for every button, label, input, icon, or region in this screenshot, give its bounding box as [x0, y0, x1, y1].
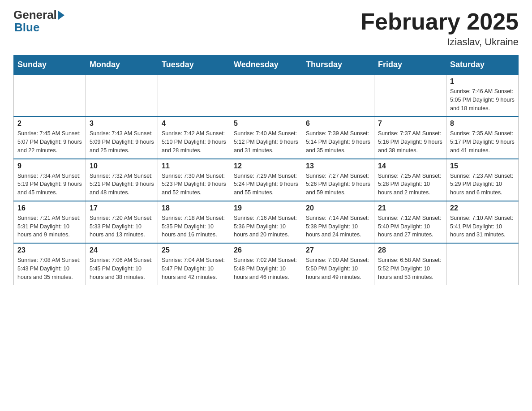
day-number: 2	[17, 120, 82, 128]
day-number: 14	[378, 162, 442, 170]
day-number: 16	[17, 204, 82, 212]
calendar-cell: 21Sunrise: 7:12 AM Sunset: 5:40 PM Dayli…	[374, 201, 446, 243]
calendar-cell: 13Sunrise: 7:27 AM Sunset: 5:26 PM Dayli…	[302, 159, 374, 201]
header-row: Sunday Monday Tuesday Wednesday Thursday…	[14, 56, 519, 75]
calendar-header: Sunday Monday Tuesday Wednesday Thursday…	[14, 56, 519, 75]
day-info: Sunrise: 7:45 AM Sunset: 5:07 PM Dayligh…	[17, 129, 82, 154]
day-number: 10	[90, 162, 154, 170]
logo-blue-text: Blue	[14, 21, 39, 34]
day-info: Sunrise: 7:35 AM Sunset: 5:17 PM Dayligh…	[450, 129, 515, 154]
day-number: 22	[450, 204, 515, 212]
calendar-cell: 10Sunrise: 7:32 AM Sunset: 5:21 PM Dayli…	[86, 159, 158, 201]
calendar-cell: 3Sunrise: 7:43 AM Sunset: 5:09 PM Daylig…	[86, 116, 158, 158]
logo-top: General	[13, 9, 64, 21]
col-friday: Friday	[374, 56, 446, 75]
day-info: Sunrise: 7:08 AM Sunset: 5:43 PM Dayligh…	[17, 256, 82, 281]
logo-arrow-icon	[58, 11, 64, 20]
day-number: 4	[162, 120, 226, 128]
day-info: Sunrise: 7:14 AM Sunset: 5:38 PM Dayligh…	[306, 214, 370, 239]
day-info: Sunrise: 7:02 AM Sunset: 5:48 PM Dayligh…	[234, 256, 298, 281]
calendar-week-2: 2Sunrise: 7:45 AM Sunset: 5:07 PM Daylig…	[14, 116, 519, 158]
day-number: 28	[378, 246, 442, 254]
day-info: Sunrise: 7:29 AM Sunset: 5:24 PM Dayligh…	[234, 172, 298, 197]
calendar-cell: 7Sunrise: 7:37 AM Sunset: 5:16 PM Daylig…	[374, 116, 446, 158]
calendar-cell: 17Sunrise: 7:20 AM Sunset: 5:33 PM Dayli…	[86, 201, 158, 243]
day-info: Sunrise: 7:06 AM Sunset: 5:45 PM Dayligh…	[90, 256, 154, 281]
day-info: Sunrise: 7:20 AM Sunset: 5:33 PM Dayligh…	[90, 214, 154, 239]
day-info: Sunrise: 7:27 AM Sunset: 5:26 PM Dayligh…	[306, 172, 370, 197]
calendar-cell: 16Sunrise: 7:21 AM Sunset: 5:31 PM Dayli…	[14, 201, 86, 243]
calendar-cell	[446, 243, 519, 285]
calendar-cell	[302, 74, 374, 116]
day-number: 6	[306, 120, 370, 128]
calendar-cell: 14Sunrise: 7:25 AM Sunset: 5:28 PM Dayli…	[374, 159, 446, 201]
calendar-cell: 2Sunrise: 7:45 AM Sunset: 5:07 PM Daylig…	[14, 116, 86, 158]
calendar-cell	[158, 74, 230, 116]
calendar-cell: 18Sunrise: 7:18 AM Sunset: 5:35 PM Dayli…	[158, 201, 230, 243]
day-number: 21	[378, 204, 442, 212]
calendar-subtitle: Iziaslav, Ukraine	[360, 36, 519, 48]
day-number: 19	[234, 204, 298, 212]
calendar-cell: 26Sunrise: 7:02 AM Sunset: 5:48 PM Dayli…	[230, 243, 302, 285]
day-number: 25	[162, 246, 226, 254]
day-number: 18	[162, 204, 226, 212]
calendar-cell: 15Sunrise: 7:23 AM Sunset: 5:29 PM Dayli…	[446, 159, 519, 201]
day-number: 11	[162, 162, 226, 170]
calendar-cell: 1Sunrise: 7:46 AM Sunset: 5:05 PM Daylig…	[446, 74, 519, 116]
calendar-cell: 5Sunrise: 7:40 AM Sunset: 5:12 PM Daylig…	[230, 116, 302, 158]
calendar-cell: 19Sunrise: 7:16 AM Sunset: 5:36 PM Dayli…	[230, 201, 302, 243]
day-number: 17	[90, 204, 154, 212]
day-number: 3	[90, 120, 154, 128]
col-wednesday: Wednesday	[230, 56, 302, 75]
calendar-body: 1Sunrise: 7:46 AM Sunset: 5:05 PM Daylig…	[14, 74, 519, 285]
calendar-week-1: 1Sunrise: 7:46 AM Sunset: 5:05 PM Daylig…	[14, 74, 519, 116]
col-thursday: Thursday	[302, 56, 374, 75]
calendar-title: February 2025	[360, 9, 519, 34]
calendar-cell: 25Sunrise: 7:04 AM Sunset: 5:47 PM Dayli…	[158, 243, 230, 285]
day-info: Sunrise: 7:43 AM Sunset: 5:09 PM Dayligh…	[90, 129, 154, 154]
day-number: 20	[306, 204, 370, 212]
day-number: 1	[450, 77, 515, 86]
calendar-cell: 20Sunrise: 7:14 AM Sunset: 5:38 PM Dayli…	[302, 201, 374, 243]
calendar-cell	[86, 74, 158, 116]
calendar-cell: 27Sunrise: 7:00 AM Sunset: 5:50 PM Dayli…	[302, 243, 374, 285]
day-number: 9	[17, 162, 82, 170]
day-info: Sunrise: 7:12 AM Sunset: 5:40 PM Dayligh…	[378, 214, 442, 239]
calendar-cell: 24Sunrise: 7:06 AM Sunset: 5:45 PM Dayli…	[86, 243, 158, 285]
calendar-cell: 4Sunrise: 7:42 AM Sunset: 5:10 PM Daylig…	[158, 116, 230, 158]
day-number: 26	[234, 246, 298, 254]
calendar-cell	[230, 74, 302, 116]
calendar-cell: 9Sunrise: 7:34 AM Sunset: 5:19 PM Daylig…	[14, 159, 86, 201]
calendar-cell: 11Sunrise: 7:30 AM Sunset: 5:23 PM Dayli…	[158, 159, 230, 201]
day-number: 8	[450, 120, 515, 128]
day-number: 12	[234, 162, 298, 170]
day-info: Sunrise: 7:00 AM Sunset: 5:50 PM Dayligh…	[306, 256, 370, 281]
day-number: 5	[234, 120, 298, 128]
day-info: Sunrise: 7:39 AM Sunset: 5:14 PM Dayligh…	[306, 129, 370, 154]
logo-general-text: General	[13, 9, 57, 21]
day-number: 13	[306, 162, 370, 170]
calendar-cell: 12Sunrise: 7:29 AM Sunset: 5:24 PM Dayli…	[230, 159, 302, 201]
day-info: Sunrise: 6:58 AM Sunset: 5:52 PM Dayligh…	[378, 256, 442, 281]
col-saturday: Saturday	[446, 56, 519, 75]
title-block: February 2025 Iziaslav, Ukraine	[360, 9, 519, 48]
day-info: Sunrise: 7:25 AM Sunset: 5:28 PM Dayligh…	[378, 172, 442, 197]
day-info: Sunrise: 7:18 AM Sunset: 5:35 PM Dayligh…	[162, 214, 226, 239]
day-number: 23	[17, 246, 82, 254]
day-info: Sunrise: 7:04 AM Sunset: 5:47 PM Dayligh…	[162, 256, 226, 281]
day-info: Sunrise: 7:34 AM Sunset: 5:19 PM Dayligh…	[17, 172, 82, 197]
calendar-week-4: 16Sunrise: 7:21 AM Sunset: 5:31 PM Dayli…	[14, 201, 519, 243]
calendar-cell	[374, 74, 446, 116]
calendar-week-5: 23Sunrise: 7:08 AM Sunset: 5:43 PM Dayli…	[14, 243, 519, 285]
calendar-cell: 6Sunrise: 7:39 AM Sunset: 5:14 PM Daylig…	[302, 116, 374, 158]
calendar-cell: 8Sunrise: 7:35 AM Sunset: 5:17 PM Daylig…	[446, 116, 519, 158]
day-info: Sunrise: 7:40 AM Sunset: 5:12 PM Dayligh…	[234, 129, 298, 154]
day-number: 15	[450, 162, 515, 170]
calendar-week-3: 9Sunrise: 7:34 AM Sunset: 5:19 PM Daylig…	[14, 159, 519, 201]
day-number: 7	[378, 120, 442, 128]
day-info: Sunrise: 7:10 AM Sunset: 5:41 PM Dayligh…	[450, 214, 515, 239]
day-info: Sunrise: 7:30 AM Sunset: 5:23 PM Dayligh…	[162, 172, 226, 197]
day-number: 27	[306, 246, 370, 254]
day-info: Sunrise: 7:32 AM Sunset: 5:21 PM Dayligh…	[90, 172, 154, 197]
day-info: Sunrise: 7:46 AM Sunset: 5:05 PM Dayligh…	[450, 87, 515, 112]
